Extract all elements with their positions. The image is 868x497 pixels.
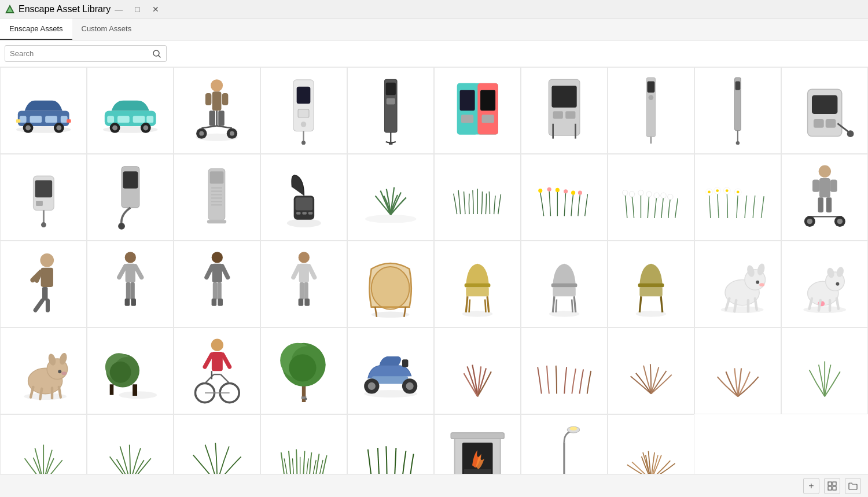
tab-custom-assets[interactable]: Custom Assets (72, 19, 141, 40)
asset-item-25[interactable] (347, 241, 434, 327)
svg-rect-75 (814, 119, 824, 128)
asset-item-18[interactable] (608, 154, 694, 241)
svg-rect-148 (124, 299, 130, 306)
svg-line-145 (135, 266, 142, 277)
asset-item-15[interactable] (347, 154, 434, 241)
asset-item-47[interactable] (521, 414, 608, 474)
svg-rect-6 (20, 116, 27, 123)
asset-item-37[interactable] (521, 327, 608, 414)
svg-line-222 (59, 387, 61, 397)
asset-item-4[interactable] (260, 67, 347, 154)
svg-rect-48 (386, 98, 395, 104)
asset-item-29[interactable] (694, 241, 781, 327)
main-window: Enscape Assets Custom Assets (0, 19, 868, 497)
svg-rect-258 (464, 469, 491, 474)
svg-rect-147 (130, 282, 135, 300)
asset-item-42[interactable] (87, 414, 174, 474)
asset-item-39[interactable] (694, 327, 781, 414)
asset-item-19[interactable] (694, 154, 781, 241)
asset-item-30[interactable] (781, 241, 868, 327)
svg-rect-85 (123, 171, 138, 189)
svg-point-78 (847, 130, 854, 137)
svg-rect-91 (212, 194, 223, 195)
svg-point-228 (109, 362, 131, 383)
asset-item-36[interactable] (434, 327, 521, 414)
asset-item-13[interactable] (174, 154, 260, 241)
asset-item-9[interactable] (694, 67, 781, 154)
svg-point-45 (301, 141, 306, 145)
asset-item-44[interactable] (260, 414, 347, 474)
svg-rect-146 (126, 282, 130, 300)
svg-rect-30 (209, 111, 216, 126)
svg-line-236 (205, 374, 214, 383)
svg-rect-172 (465, 284, 491, 288)
asset-item-10[interactable] (781, 67, 868, 154)
asset-item-20[interactable] (781, 154, 868, 241)
asset-item-23[interactable] (174, 241, 260, 327)
maximize-button[interactable]: □ (129, 2, 145, 16)
tab-enscape-assets[interactable]: Enscape Assets (0, 19, 72, 40)
svg-line-38 (217, 126, 232, 128)
asset-item-22[interactable] (87, 241, 174, 327)
svg-point-206 (836, 282, 839, 286)
search-input[interactable] (5, 46, 148, 61)
svg-point-142 (124, 252, 135, 263)
asset-item-17[interactable] (521, 154, 608, 241)
asset-item-40[interactable] (781, 327, 868, 414)
svg-point-115 (667, 194, 672, 199)
svg-rect-81 (36, 201, 43, 206)
search-bar (0, 41, 868, 67)
asset-item-11[interactable] (0, 154, 87, 241)
asset-item-34[interactable] (260, 327, 347, 414)
expand-button[interactable] (824, 478, 840, 494)
asset-item-21[interactable] (0, 241, 87, 327)
folder-button[interactable] (845, 478, 861, 494)
asset-item-35[interactable] (347, 327, 434, 414)
asset-item-5[interactable] (347, 67, 434, 154)
asset-item-7[interactable] (521, 67, 608, 154)
asset-item-12[interactable] (87, 154, 174, 241)
asset-item-27[interactable] (521, 241, 608, 327)
asset-item-6[interactable] (434, 67, 521, 154)
svg-rect-28 (205, 93, 212, 105)
svg-point-13 (56, 125, 61, 130)
asset-item-41[interactable] (0, 414, 87, 474)
asset-item-26[interactable] (434, 241, 521, 327)
svg-rect-55 (480, 90, 495, 111)
svg-point-104 (547, 187, 551, 191)
minimize-button[interactable]: — (111, 2, 127, 16)
svg-rect-157 (218, 299, 223, 306)
svg-rect-254 (402, 359, 409, 367)
svg-rect-18 (107, 116, 114, 123)
asset-item-24[interactable] (260, 241, 347, 327)
svg-point-247 (304, 397, 307, 400)
asset-item-16[interactable] (434, 154, 521, 241)
svg-rect-266 (833, 487, 836, 490)
asset-item-28[interactable] (608, 241, 694, 327)
svg-rect-74 (812, 95, 837, 114)
asset-item-2[interactable] (87, 67, 174, 154)
svg-rect-56 (461, 115, 473, 123)
add-asset-button[interactable]: + (803, 478, 819, 494)
svg-rect-21 (146, 116, 153, 123)
search-button[interactable] (148, 47, 166, 61)
svg-rect-125 (819, 178, 830, 197)
asset-item-38[interactable] (608, 327, 694, 414)
asset-item-45[interactable] (347, 414, 434, 474)
svg-rect-70 (735, 81, 741, 90)
asset-item-32[interactable] (87, 327, 174, 414)
asset-item-14[interactable] (260, 154, 347, 241)
svg-rect-163 (304, 282, 308, 300)
svg-line-144 (119, 266, 126, 277)
asset-item-33[interactable] (174, 327, 260, 414)
asset-item-3[interactable] (174, 67, 260, 154)
close-button[interactable]: ✕ (148, 2, 164, 16)
asset-item-31[interactable] (0, 327, 87, 414)
asset-item-8[interactable] (608, 67, 694, 154)
tab-bar: Enscape Assets Custom Assets (0, 19, 868, 41)
svg-point-223 (119, 392, 157, 399)
asset-item-43[interactable] (174, 414, 260, 474)
asset-item-46[interactable] (434, 414, 521, 474)
asset-item-48[interactable] (608, 414, 694, 474)
asset-item-1[interactable] (0, 67, 87, 154)
